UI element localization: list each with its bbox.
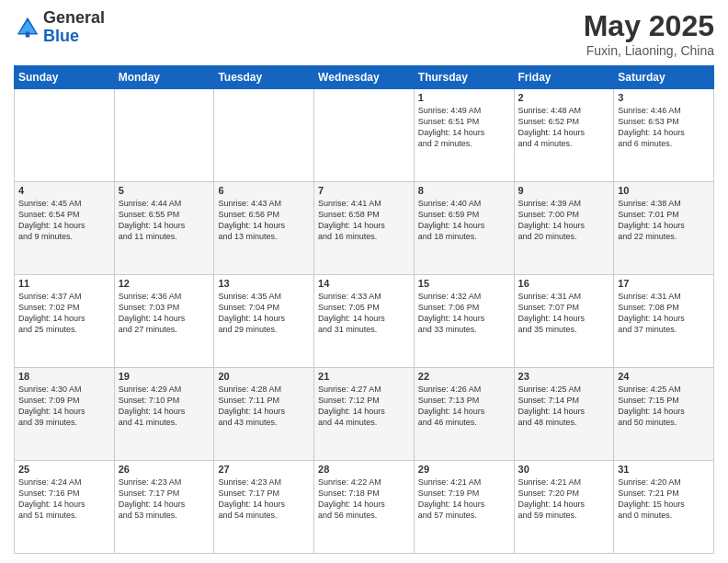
day-number: 20 — [218, 371, 310, 382]
day-number: 14 — [318, 278, 410, 289]
day-cell: 25Sunrise: 4:24 AMSunset: 7:16 PMDayligh… — [15, 461, 115, 554]
day-cell: 17Sunrise: 4:31 AMSunset: 7:08 PMDayligh… — [614, 275, 714, 368]
day-cell: 7Sunrise: 4:41 AMSunset: 6:58 PMDaylight… — [314, 182, 415, 275]
day-info: Sunrise: 4:32 AMSunset: 7:06 PMDaylight:… — [418, 291, 510, 336]
day-number: 5 — [119, 185, 210, 196]
day-info: Sunrise: 4:43 AMSunset: 6:56 PMDaylight:… — [218, 198, 310, 243]
day-info: Sunrise: 4:49 AMSunset: 6:51 PMDaylight:… — [418, 105, 510, 150]
day-info: Sunrise: 4:40 AMSunset: 6:59 PMDaylight:… — [418, 198, 510, 243]
day-info: Sunrise: 4:37 AMSunset: 7:02 PMDaylight:… — [18, 291, 110, 336]
day-info: Sunrise: 4:35 AMSunset: 7:04 PMDaylight:… — [218, 291, 310, 336]
day-cell: 8Sunrise: 4:40 AMSunset: 6:59 PMDaylight… — [414, 182, 514, 275]
location: Fuxin, Liaoning, China — [584, 43, 714, 58]
day-number: 1 — [418, 92, 510, 103]
day-cell: 12Sunrise: 4:36 AMSunset: 7:03 PMDayligh… — [114, 275, 214, 368]
logo: General Blue — [14, 9, 105, 46]
day-number: 27 — [218, 464, 310, 475]
day-cell — [214, 89, 314, 182]
day-info: Sunrise: 4:38 AMSunset: 7:01 PMDaylight:… — [618, 198, 710, 243]
day-number: 2 — [518, 92, 610, 103]
day-info: Sunrise: 4:39 AMSunset: 7:00 PMDaylight:… — [518, 198, 610, 243]
logo-text: General Blue — [43, 9, 105, 46]
day-cell: 19Sunrise: 4:29 AMSunset: 7:10 PMDayligh… — [114, 368, 214, 461]
day-number: 26 — [119, 464, 210, 475]
day-cell: 21Sunrise: 4:27 AMSunset: 7:12 PMDayligh… — [314, 368, 415, 461]
day-cell: 31Sunrise: 4:20 AMSunset: 7:21 PMDayligh… — [614, 461, 714, 554]
day-info: Sunrise: 4:21 AMSunset: 7:19 PMDaylight:… — [418, 477, 510, 522]
day-cell: 3Sunrise: 4:46 AMSunset: 6:53 PMDaylight… — [614, 89, 714, 182]
day-cell: 18Sunrise: 4:30 AMSunset: 7:09 PMDayligh… — [15, 368, 115, 461]
day-number: 13 — [218, 278, 310, 289]
week-row-1: 1Sunrise: 4:49 AMSunset: 6:51 PMDaylight… — [15, 89, 714, 182]
day-info: Sunrise: 4:28 AMSunset: 7:11 PMDaylight:… — [218, 384, 310, 429]
day-info: Sunrise: 4:44 AMSunset: 6:55 PMDaylight:… — [119, 198, 210, 243]
day-info: Sunrise: 4:30 AMSunset: 7:09 PMDaylight:… — [18, 384, 110, 429]
day-info: Sunrise: 4:25 AMSunset: 7:15 PMDaylight:… — [618, 384, 710, 429]
day-number: 7 — [318, 185, 410, 196]
day-number: 6 — [218, 185, 310, 196]
day-number: 29 — [418, 464, 510, 475]
day-info: Sunrise: 4:20 AMSunset: 7:21 PMDaylight:… — [618, 477, 710, 522]
day-number: 3 — [618, 92, 710, 103]
header: General Blue May 2025 Fuxin, Liaoning, C… — [14, 9, 714, 58]
day-cell: 29Sunrise: 4:21 AMSunset: 7:19 PMDayligh… — [414, 461, 514, 554]
day-cell — [114, 89, 214, 182]
title-block: May 2025 Fuxin, Liaoning, China — [584, 9, 714, 58]
day-number: 8 — [418, 185, 510, 196]
day-info: Sunrise: 4:21 AMSunset: 7:20 PMDaylight:… — [518, 477, 610, 522]
calendar-table: SundayMondayTuesdayWednesdayThursdayFrid… — [14, 65, 714, 554]
day-cell: 9Sunrise: 4:39 AMSunset: 7:00 PMDaylight… — [514, 182, 614, 275]
day-number: 21 — [318, 371, 410, 382]
day-cell: 15Sunrise: 4:32 AMSunset: 7:06 PMDayligh… — [414, 275, 514, 368]
day-number: 25 — [18, 464, 110, 475]
weekday-friday: Friday — [514, 66, 614, 89]
weekday-wednesday: Wednesday — [314, 66, 415, 89]
day-cell: 26Sunrise: 4:23 AMSunset: 7:17 PMDayligh… — [114, 461, 214, 554]
day-info: Sunrise: 4:25 AMSunset: 7:14 PMDaylight:… — [518, 384, 610, 429]
weekday-tuesday: Tuesday — [214, 66, 314, 89]
day-cell: 5Sunrise: 4:44 AMSunset: 6:55 PMDaylight… — [114, 182, 214, 275]
month-title: May 2025 — [584, 9, 714, 43]
day-number: 30 — [518, 464, 610, 475]
day-cell: 27Sunrise: 4:23 AMSunset: 7:17 PMDayligh… — [214, 461, 314, 554]
week-row-2: 4Sunrise: 4:45 AMSunset: 6:54 PMDaylight… — [15, 182, 714, 275]
day-cell: 2Sunrise: 4:48 AMSunset: 6:52 PMDaylight… — [514, 89, 614, 182]
day-number: 9 — [518, 185, 610, 196]
day-cell: 16Sunrise: 4:31 AMSunset: 7:07 PMDayligh… — [514, 275, 614, 368]
day-number: 4 — [18, 185, 110, 196]
day-info: Sunrise: 4:36 AMSunset: 7:03 PMDaylight:… — [119, 291, 210, 336]
weekday-header-row: SundayMondayTuesdayWednesdayThursdayFrid… — [15, 66, 714, 89]
day-cell: 10Sunrise: 4:38 AMSunset: 7:01 PMDayligh… — [614, 182, 714, 275]
day-info: Sunrise: 4:31 AMSunset: 7:07 PMDaylight:… — [518, 291, 610, 336]
logo-icon — [14, 14, 41, 41]
day-info: Sunrise: 4:22 AMSunset: 7:18 PMDaylight:… — [318, 477, 410, 522]
day-info: Sunrise: 4:23 AMSunset: 7:17 PMDaylight:… — [119, 477, 210, 522]
day-cell: 23Sunrise: 4:25 AMSunset: 7:14 PMDayligh… — [514, 368, 614, 461]
day-info: Sunrise: 4:41 AMSunset: 6:58 PMDaylight:… — [318, 198, 410, 243]
week-row-3: 11Sunrise: 4:37 AMSunset: 7:02 PMDayligh… — [15, 275, 714, 368]
day-number: 15 — [418, 278, 510, 289]
logo-general: General — [43, 9, 105, 28]
weekday-thursday: Thursday — [414, 66, 514, 89]
logo-blue: Blue — [43, 28, 105, 46]
svg-rect-2 — [26, 31, 30, 37]
day-cell: 6Sunrise: 4:43 AMSunset: 6:56 PMDaylight… — [214, 182, 314, 275]
day-info: Sunrise: 4:29 AMSunset: 7:10 PMDaylight:… — [119, 384, 210, 429]
day-cell: 30Sunrise: 4:21 AMSunset: 7:20 PMDayligh… — [514, 461, 614, 554]
day-number: 31 — [618, 464, 710, 475]
day-number: 17 — [618, 278, 710, 289]
day-info: Sunrise: 4:27 AMSunset: 7:12 PMDaylight:… — [318, 384, 410, 429]
day-cell: 1Sunrise: 4:49 AMSunset: 6:51 PMDaylight… — [414, 89, 514, 182]
day-cell: 24Sunrise: 4:25 AMSunset: 7:15 PMDayligh… — [614, 368, 714, 461]
day-info: Sunrise: 4:23 AMSunset: 7:17 PMDaylight:… — [218, 477, 310, 522]
calendar: SundayMondayTuesdayWednesdayThursdayFrid… — [14, 65, 714, 554]
day-number: 28 — [318, 464, 410, 475]
weekday-monday: Monday — [114, 66, 214, 89]
day-info: Sunrise: 4:46 AMSunset: 6:53 PMDaylight:… — [618, 105, 710, 150]
day-info: Sunrise: 4:33 AMSunset: 7:05 PMDaylight:… — [318, 291, 410, 336]
weekday-sunday: Sunday — [15, 66, 115, 89]
week-row-4: 18Sunrise: 4:30 AMSunset: 7:09 PMDayligh… — [15, 368, 714, 461]
day-info: Sunrise: 4:24 AMSunset: 7:16 PMDaylight:… — [18, 477, 110, 522]
day-number: 19 — [119, 371, 210, 382]
day-info: Sunrise: 4:31 AMSunset: 7:08 PMDaylight:… — [618, 291, 710, 336]
